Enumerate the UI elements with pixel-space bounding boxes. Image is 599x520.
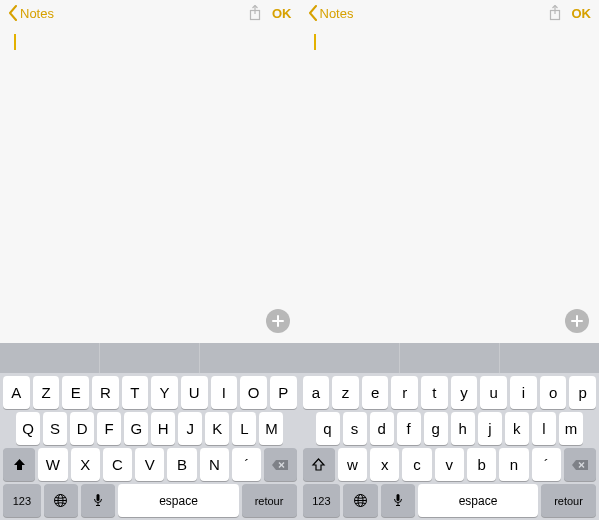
key-x[interactable]: X: [71, 448, 100, 481]
key-k[interactable]: K: [205, 412, 229, 445]
backspace-key[interactable]: [264, 448, 296, 481]
dictation-key[interactable]: [381, 484, 415, 517]
add-attachment-button[interactable]: [565, 309, 589, 333]
shift-key[interactable]: [3, 448, 35, 481]
key-a[interactable]: a: [303, 376, 330, 409]
key-l[interactable]: L: [232, 412, 256, 445]
svg-rect-9: [97, 494, 100, 501]
key-v[interactable]: V: [135, 448, 164, 481]
key-c[interactable]: C: [103, 448, 132, 481]
globe-key[interactable]: [44, 484, 78, 517]
pane-left: Notes OK A Z E R T Y U I O P: [0, 0, 300, 520]
key-q[interactable]: Q: [16, 412, 40, 445]
key-r[interactable]: r: [391, 376, 418, 409]
key-v[interactable]: v: [435, 448, 464, 481]
suggestion-slot[interactable]: [100, 343, 199, 373]
globe-key[interactable]: [343, 484, 377, 517]
key-o[interactable]: o: [540, 376, 567, 409]
space-key[interactable]: espace: [118, 484, 238, 517]
key-u[interactable]: u: [480, 376, 507, 409]
key-t[interactable]: t: [421, 376, 448, 409]
navbar: Notes OK: [0, 0, 300, 26]
key-s[interactable]: s: [343, 412, 367, 445]
key-d[interactable]: d: [370, 412, 394, 445]
shift-key[interactable]: [303, 448, 335, 481]
key-l[interactable]: l: [532, 412, 556, 445]
space-key[interactable]: espace: [418, 484, 538, 517]
suggestion-bar: [300, 343, 600, 373]
key-g[interactable]: g: [424, 412, 448, 445]
key-e[interactable]: e: [362, 376, 389, 409]
key-c[interactable]: c: [402, 448, 431, 481]
key-g[interactable]: G: [124, 412, 148, 445]
key-y[interactable]: Y: [151, 376, 178, 409]
key-x[interactable]: x: [370, 448, 399, 481]
key-k[interactable]: k: [505, 412, 529, 445]
key-y[interactable]: y: [451, 376, 478, 409]
back-chevron-icon[interactable]: [8, 5, 18, 21]
add-attachment-button[interactable]: [266, 309, 290, 333]
key-q[interactable]: q: [316, 412, 340, 445]
suggestion-slot[interactable]: [400, 343, 499, 373]
key-m[interactable]: m: [559, 412, 583, 445]
numeric-key[interactable]: 123: [3, 484, 41, 517]
key-b[interactable]: B: [167, 448, 196, 481]
suggestion-slot[interactable]: [200, 343, 299, 373]
return-key[interactable]: retour: [242, 484, 297, 517]
key-p[interactable]: P: [270, 376, 297, 409]
back-button[interactable]: Notes: [20, 6, 54, 21]
svg-rect-21: [396, 494, 399, 501]
key-i[interactable]: I: [211, 376, 238, 409]
key-f[interactable]: f: [397, 412, 421, 445]
note-textarea[interactable]: [300, 26, 600, 343]
back-chevron-icon[interactable]: [308, 5, 318, 21]
key-r[interactable]: R: [92, 376, 119, 409]
text-cursor: [314, 34, 316, 50]
note-textarea[interactable]: [0, 26, 300, 343]
key-b[interactable]: b: [467, 448, 496, 481]
key-m[interactable]: M: [259, 412, 283, 445]
share-icon[interactable]: [248, 5, 262, 21]
navbar: Notes OK: [300, 0, 600, 26]
numeric-key[interactable]: 123: [303, 484, 341, 517]
ok-button[interactable]: OK: [572, 6, 592, 21]
key-n[interactable]: N: [200, 448, 229, 481]
pane-right: Notes OK a z e r t y u i o p: [300, 0, 600, 520]
suggestion-slot[interactable]: [0, 343, 99, 373]
key-u[interactable]: U: [181, 376, 208, 409]
backspace-key[interactable]: [564, 448, 596, 481]
key-accent[interactable]: ´: [232, 448, 261, 481]
key-t[interactable]: T: [122, 376, 149, 409]
key-f[interactable]: F: [97, 412, 121, 445]
keyboard: A Z E R T Y U I O P Q S D F G H J K L M: [0, 343, 300, 520]
key-o[interactable]: O: [240, 376, 267, 409]
key-d[interactable]: D: [70, 412, 94, 445]
key-w[interactable]: W: [38, 448, 67, 481]
key-z[interactable]: z: [332, 376, 359, 409]
text-cursor: [14, 34, 16, 50]
ok-button[interactable]: OK: [272, 6, 292, 21]
key-h[interactable]: H: [151, 412, 175, 445]
key-n[interactable]: n: [499, 448, 528, 481]
key-a[interactable]: A: [3, 376, 30, 409]
key-i[interactable]: i: [510, 376, 537, 409]
suggestion-slot[interactable]: [500, 343, 599, 373]
suggestion-slot[interactable]: [300, 343, 399, 373]
share-icon[interactable]: [548, 5, 562, 21]
key-j[interactable]: J: [178, 412, 202, 445]
key-w[interactable]: w: [338, 448, 367, 481]
keyboard: a z e r t y u i o p q s d f g h j k l m: [300, 343, 600, 520]
key-s[interactable]: S: [43, 412, 67, 445]
back-button[interactable]: Notes: [320, 6, 354, 21]
suggestion-bar: [0, 343, 300, 373]
key-e[interactable]: E: [62, 376, 89, 409]
return-key[interactable]: retour: [541, 484, 596, 517]
key-p[interactable]: p: [569, 376, 596, 409]
key-h[interactable]: h: [451, 412, 475, 445]
key-accent[interactable]: ´: [532, 448, 561, 481]
key-z[interactable]: Z: [33, 376, 60, 409]
key-j[interactable]: j: [478, 412, 502, 445]
dictation-key[interactable]: [81, 484, 115, 517]
